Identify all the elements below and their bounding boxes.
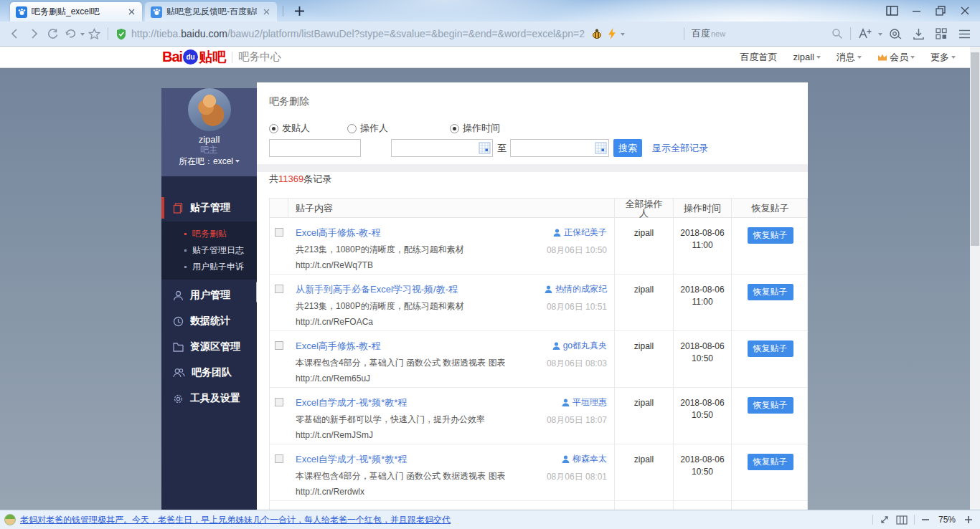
- author-link[interactable]: 平垣理惠: [573, 396, 607, 409]
- post-title-link[interactable]: Excel高手修炼-教-程: [296, 340, 507, 353]
- row-checkbox[interactable]: [275, 285, 283, 293]
- bee-icon[interactable]: [590, 28, 603, 39]
- user-icon: [173, 290, 184, 301]
- close-icon[interactable]: [953, 0, 977, 22]
- calendar-icon[interactable]: [479, 142, 491, 154]
- section-divider: [257, 164, 808, 172]
- url-field[interactable]: http://tieba.baidu.com/bawu2/platform/li…: [113, 28, 679, 40]
- snail-icon[interactable]: [885, 24, 905, 43]
- date-begin-input[interactable]: [391, 139, 493, 157]
- web-page: Bai du 贴吧 吧务中心 百度首页 zipall 消息 会员 更多: [0, 47, 980, 510]
- window-controls: [880, 0, 977, 22]
- sidebar-item-resource-zone[interactable]: 资源区管理: [161, 336, 257, 358]
- fullscreen-icon[interactable]: [880, 515, 890, 525]
- row-checkbox[interactable]: [275, 454, 283, 463]
- font-size-icon[interactable]: [855, 24, 875, 43]
- tab-feedback[interactable]: 贴吧意见反馈吧-百度贴吧: [145, 2, 277, 22]
- favorite-star-icon[interactable]: [85, 24, 103, 43]
- zoom-out-icon[interactable]: [921, 515, 930, 524]
- lightning-icon[interactable]: [608, 28, 616, 39]
- author-link[interactable]: 柳森幸太: [573, 453, 607, 465]
- tab-close-icon[interactable]: [126, 7, 136, 17]
- page-scrollbar[interactable]: [970, 47, 980, 510]
- tieba-favicon: [16, 6, 27, 18]
- post-title-link[interactable]: Excel自学成才-视*频*教*程: [296, 396, 507, 409]
- header-operator[interactable]: 全部操作人: [614, 199, 673, 218]
- restore-post-button[interactable]: 恢复贴子: [748, 397, 793, 414]
- sidebar-item-post-management[interactable]: 贴子管理: [161, 197, 257, 219]
- poster-input[interactable]: [269, 139, 361, 157]
- date-end-input[interactable]: [510, 139, 609, 157]
- radio-time[interactable]: [450, 124, 459, 133]
- author-link[interactable]: go都丸真央: [563, 340, 607, 352]
- tab-bawu-delete[interactable]: 吧务删贴_excel吧: [10, 2, 142, 22]
- sidebar-item-bawu-team[interactable]: 吧务团队: [161, 362, 257, 383]
- restore-post-button[interactable]: 恢复贴子: [748, 227, 793, 244]
- search-engine-label: 百度: [692, 27, 710, 40]
- forward-icon[interactable]: [24, 24, 43, 43]
- post-description: 共213集，1080P的清晰度，配练习题和素材: [296, 244, 507, 256]
- zoom-level[interactable]: 75%: [936, 515, 958, 525]
- reload-icon[interactable]: [43, 24, 62, 43]
- font-size-caret[interactable]: [878, 33, 882, 38]
- calendar-icon[interactable]: [595, 142, 607, 154]
- post-url: http://t.cn/Rerdwlx: [296, 487, 507, 497]
- nav-more[interactable]: 更多: [930, 51, 956, 64]
- sidebar-item-user-appeal[interactable]: 用户贴子申诉: [161, 259, 257, 275]
- nav-username[interactable]: zipall: [793, 52, 821, 62]
- row-checkbox[interactable]: [275, 398, 283, 406]
- sidebar-item-bawu-delete[interactable]: 吧务删贴: [161, 226, 257, 242]
- search-button[interactable]: 搜索: [613, 139, 642, 157]
- columns-layout-icon[interactable]: [896, 515, 908, 525]
- show-all-records-link[interactable]: 显示全部记录: [652, 142, 708, 155]
- row-checkbox[interactable]: [275, 228, 283, 237]
- lightning-dropdown-caret[interactable]: [621, 33, 625, 38]
- zoom-in-icon[interactable]: [964, 515, 973, 524]
- content-panel: 吧务删除 发贴人 操作人 操作时间 至: [257, 82, 808, 510]
- nav-baidu-home[interactable]: 百度首页: [740, 51, 777, 64]
- post-url: http://t.cn/ReWq7TB: [296, 260, 507, 270]
- panel-toggle-icon[interactable]: [880, 0, 904, 22]
- sidebar-item-user-management[interactable]: 用户管理: [161, 285, 257, 306]
- baidu-tieba-logo[interactable]: Bai du 贴吧 吧务中心: [162, 48, 281, 67]
- sidebar-item-statistics[interactable]: 数据统计: [161, 310, 257, 332]
- radio-operator[interactable]: [347, 124, 357, 133]
- sidebar-item-tools-settings[interactable]: 工具及设置: [161, 388, 257, 409]
- row-checkbox[interactable]: [275, 341, 283, 350]
- tab-close-icon[interactable]: [261, 7, 271, 17]
- bullet-icon: [184, 233, 187, 235]
- restore-post-button[interactable]: 恢复贴子: [748, 454, 793, 470]
- post-title-link[interactable]: Excel自学成才-视*频*教*程: [296, 453, 507, 466]
- apps-grid-icon[interactable]: [931, 24, 951, 43]
- radio-poster[interactable]: [269, 124, 278, 133]
- restore-post-button[interactable]: 恢复贴子: [748, 340, 793, 357]
- status-message-link[interactable]: 老妈对老爸的钱管理极其严。今天，老爸生日，早上兄弟姊妹几个一合计，每人给老爸一个…: [20, 514, 865, 526]
- url-text: http://tieba.baidu.com/bawu2/platform/li…: [131, 28, 585, 39]
- author-link[interactable]: 热情的成家纪: [555, 283, 607, 295]
- restore-icon[interactable]: [928, 0, 953, 22]
- author-block: 正保纪美子 08月06日 10:50: [547, 227, 607, 257]
- search-icon[interactable]: [831, 28, 843, 39]
- restore-post-button[interactable]: 恢复贴子: [748, 284, 793, 300]
- back-icon[interactable]: [6, 24, 24, 43]
- minimize-icon[interactable]: [904, 0, 928, 22]
- hamburger-menu-icon[interactable]: [954, 24, 974, 43]
- post-date: 08月06日 08:03: [547, 358, 607, 370]
- nav-member[interactable]: 会员: [877, 51, 915, 64]
- undo-icon[interactable]: [62, 24, 80, 43]
- post-title-link[interactable]: Excel高手修炼-教-程: [296, 227, 507, 239]
- security-shield-icon: [116, 28, 127, 40]
- download-icon[interactable]: [908, 24, 928, 43]
- browser-search-box[interactable]: 百度 new: [689, 27, 846, 40]
- author-link[interactable]: 正保纪美子: [564, 227, 607, 239]
- address-separator: [684, 27, 684, 40]
- person-icon: [553, 229, 561, 237]
- nav-messages[interactable]: 消息: [837, 51, 862, 64]
- sidebar-item-post-log[interactable]: 贴子管理日志: [161, 242, 257, 259]
- scrollbar-thumb[interactable]: [971, 52, 979, 246]
- operator-name: zipall: [615, 388, 673, 408]
- post-title-link[interactable]: 从新手到高手必备Excel学习视-频/教-程: [296, 283, 507, 296]
- new-tab-button[interactable]: [291, 4, 307, 18]
- author-block: 热情的成家纪 08月06日 10:51: [545, 283, 607, 313]
- forum-selector[interactable]: 所在吧：excel: [161, 156, 257, 167]
